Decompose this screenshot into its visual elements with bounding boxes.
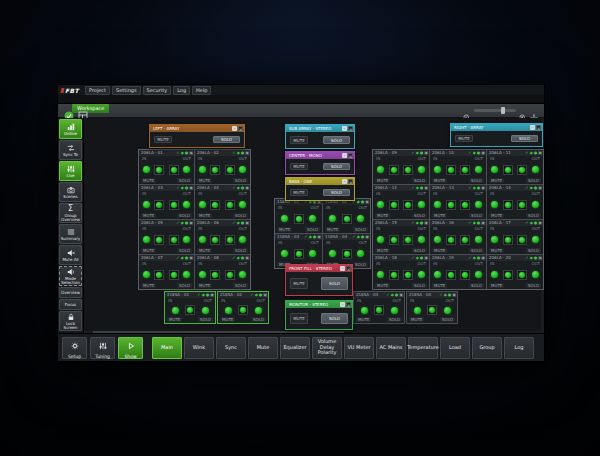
group-window-bass-one[interactable]: BASS - ONE–×MUTESOLO xyxy=(285,177,355,201)
group-window-monitor-stereo[interactable]: MONITOR - STEREO–×MUTESOLO xyxy=(285,300,353,330)
device-panel[interactable]: 206LA - 04✓◆●▣INOUTMUTESOLO xyxy=(195,185,250,219)
menu-item-settings[interactable]: Settings xyxy=(112,86,141,95)
window-layout-icon[interactable] xyxy=(78,106,88,116)
device-mute-button[interactable]: MUTE xyxy=(409,317,424,322)
group-mute-button[interactable]: MUTE xyxy=(290,163,308,170)
device-solo-button[interactable]: SOLO xyxy=(440,317,455,322)
tab-main[interactable]: Main xyxy=(152,337,182,359)
device-solo-button[interactable]: SOLO xyxy=(177,213,192,218)
device-mute-button[interactable]: MUTE xyxy=(432,283,447,288)
device-solo-button[interactable]: SOLO xyxy=(233,213,248,218)
setup-button[interactable]: Setup xyxy=(62,337,87,359)
device-solo-button[interactable]: SOLO xyxy=(305,227,320,232)
device-solo-button[interactable]: SOLO xyxy=(233,248,248,253)
device-solo-button[interactable]: SOLO xyxy=(469,283,484,288)
tab-wink[interactable]: Wink xyxy=(184,337,214,359)
device-panel[interactable]: 206LA - 17✓◆●▣INOUTMUTESOLO xyxy=(487,220,543,254)
device-solo-button[interactable]: SOLO xyxy=(353,227,368,232)
minimize-icon[interactable]: – xyxy=(342,126,347,131)
device-mute-button[interactable]: MUTE xyxy=(141,283,156,288)
device-mute-button[interactable]: MUTE xyxy=(432,248,447,253)
device-solo-button[interactable]: SOLO xyxy=(526,213,541,218)
device-solo-button[interactable]: SOLO xyxy=(251,317,266,322)
device-solo-button[interactable]: SOLO xyxy=(469,248,484,253)
device-mute-button[interactable]: MUTE xyxy=(277,227,292,232)
device-solo-button[interactable]: SOLO xyxy=(526,283,541,288)
device-panel[interactable]: 218SA - 03✓◆●▣INOUTMUTESOLO xyxy=(353,291,405,324)
device-mute-button[interactable]: MUTE xyxy=(375,178,390,183)
device-panel[interactable]: 206LA - 15✓◆●▣INOUTMUTESOLO xyxy=(373,220,429,254)
group-title-bar[interactable]: LEFT - ARRAY–× xyxy=(150,125,244,132)
device-mute-button[interactable]: MUTE xyxy=(197,283,212,288)
device-solo-button[interactable]: SOLO xyxy=(412,248,427,253)
group-solo-button[interactable]: SOLO xyxy=(213,136,240,143)
tab-log[interactable]: Log xyxy=(504,337,534,359)
sidebar-item-summary[interactable]: Summary xyxy=(59,224,82,244)
device-solo-button[interactable]: SOLO xyxy=(387,317,402,322)
sidebar-item-lock-screen[interactable]: Lock Screen xyxy=(59,311,82,331)
group-title-bar[interactable]: BASS - ONE–× xyxy=(286,178,354,185)
expand-icon[interactable]: ▣ xyxy=(189,256,193,260)
zoom-slider-thumb[interactable] xyxy=(501,107,505,114)
menu-item-help[interactable]: Help xyxy=(192,86,211,95)
device-mute-button[interactable]: MUTE xyxy=(356,317,371,322)
device-solo-button[interactable]: SOLO xyxy=(177,248,192,253)
expand-icon[interactable]: ▣ xyxy=(424,151,428,155)
tab-group[interactable]: Group xyxy=(472,337,502,359)
menu-item-security[interactable]: Security xyxy=(143,86,172,95)
group-window-sub-array-stereo[interactable]: SUB ARRAY - STEREO–×MUTESOLO xyxy=(285,124,355,149)
minimize-icon[interactable]: – xyxy=(232,126,237,131)
sidebar-item-live[interactable]: Live xyxy=(59,161,82,181)
device-panel[interactable]: 206LA - 16✓◆●▣INOUTMUTESOLO xyxy=(430,220,486,254)
device-mute-button[interactable]: MUTE xyxy=(197,213,212,218)
device-panel[interactable]: 206LA - 11✓◆●▣INOUTMUTESOLO xyxy=(487,150,543,184)
close-icon[interactable]: × xyxy=(346,302,351,307)
minimize-icon[interactable]: – xyxy=(342,153,347,158)
group-window-center-mono[interactable]: CENTER - MONO–×MUTESOLO xyxy=(285,151,355,175)
group-solo-button[interactable]: SOLO xyxy=(321,277,348,290)
expand-icon[interactable]: ▣ xyxy=(245,256,249,260)
device-solo-button[interactable]: SOLO xyxy=(177,178,192,183)
group-solo-button[interactable]: SOLO xyxy=(323,189,350,196)
tab-temperature[interactable]: Temperature xyxy=(408,337,438,359)
device-panel[interactable]: 206LA - 06✓◆●▣INOUTMUTESOLO xyxy=(195,220,250,254)
group-solo-button[interactable]: SOLO xyxy=(321,313,348,325)
device-panel[interactable]: 218SA - 02✓◆●▣INOUTMUTESOLO xyxy=(217,291,269,324)
expand-icon[interactable]: ▣ xyxy=(365,235,369,239)
close-icon[interactable]: × xyxy=(348,153,353,158)
device-mute-button[interactable]: MUTE xyxy=(432,213,447,218)
expand-icon[interactable]: ▣ xyxy=(481,186,485,190)
device-mute-button[interactable]: MUTE xyxy=(489,213,504,218)
expand-icon[interactable]: ▣ xyxy=(538,186,542,190)
tab-vu-meter[interactable]: VU Meter xyxy=(344,337,374,359)
group-mute-button[interactable]: MUTE xyxy=(154,136,172,143)
expand-icon[interactable]: ▣ xyxy=(189,151,193,155)
expand-icon[interactable]: ▣ xyxy=(481,221,485,225)
expand-icon[interactable]: ▣ xyxy=(538,221,542,225)
expand-icon[interactable]: ▣ xyxy=(538,256,542,260)
device-mute-button[interactable]: MUTE xyxy=(375,248,390,253)
expand-icon[interactable]: ▣ xyxy=(189,186,193,190)
device-mute-button[interactable]: MUTE xyxy=(220,317,235,322)
expand-icon[interactable]: ▣ xyxy=(424,186,428,190)
group-solo-button[interactable]: SOLO xyxy=(511,135,538,142)
device-panel[interactable]: 206LA - 05✓◆●▣INOUTMUTESOLO xyxy=(139,220,194,254)
expand-icon[interactable]: ▣ xyxy=(263,293,267,297)
device-solo-button[interactable]: SOLO xyxy=(353,262,368,267)
group-window-right-array[interactable]: RIGHT - ARRAY–×MUTESOLO xyxy=(450,123,543,147)
device-mute-button[interactable]: MUTE xyxy=(197,248,212,253)
expand-icon[interactable]: ▣ xyxy=(481,151,485,155)
minimize-icon[interactable]: – xyxy=(340,302,345,307)
sidebar-item-mute-all[interactable]: Mute All xyxy=(59,245,82,265)
group-mute-button[interactable]: MUTE xyxy=(290,278,308,289)
group-solo-button[interactable]: SOLO xyxy=(323,136,350,144)
expand-icon[interactable]: ▣ xyxy=(210,293,214,297)
tab-load[interactable]: Load xyxy=(440,337,470,359)
device-panel[interactable]: 206LA - 03✓◆●▣INOUTMUTESOLO xyxy=(139,185,194,219)
device-solo-button[interactable]: SOLO xyxy=(412,213,427,218)
device-mute-button[interactable]: MUTE xyxy=(489,283,504,288)
device-solo-button[interactable]: SOLO xyxy=(526,178,541,183)
device-panel[interactable]: 206LA - 02✓◆●▣INOUTMUTESOLO xyxy=(195,150,250,184)
device-solo-button[interactable]: SOLO xyxy=(198,317,213,322)
device-panel[interactable]: 206LA - 09✓◆●▣INOUTMUTESOLO xyxy=(373,150,429,184)
